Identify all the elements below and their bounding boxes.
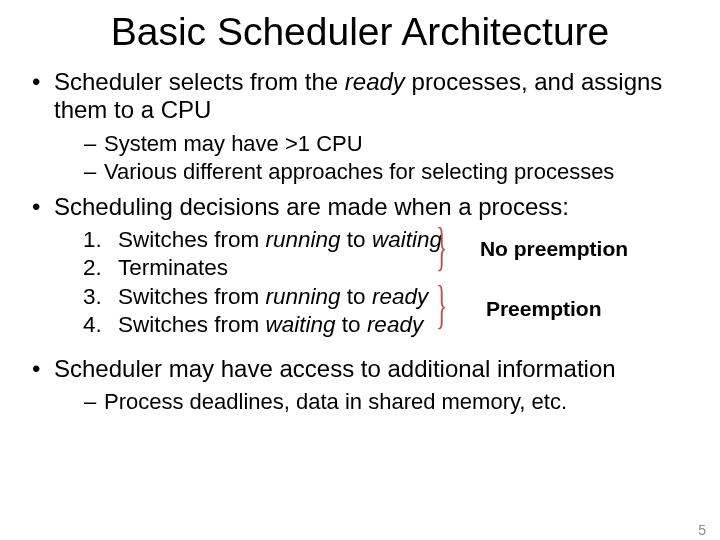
text-italic: ready (367, 312, 423, 337)
text: Switches from (118, 227, 266, 252)
brace-icon: } (436, 279, 447, 331)
sub-bullet-item: Various different approaches for selecti… (84, 159, 692, 185)
page-number: 5 (698, 522, 706, 538)
text-italic: running (266, 284, 341, 309)
numbered-item: Switches from running to ready (108, 284, 442, 311)
text-italic: ready (345, 68, 405, 95)
text: Switches from (118, 312, 266, 337)
numbered-item: Switches from running to waiting (108, 227, 442, 254)
brace-label: No preemption (480, 237, 628, 262)
text: Scheduler may have access to additional … (54, 355, 616, 382)
bullet-list-level2: Process deadlines, data in shared memory… (54, 389, 692, 415)
text: Scheduling decisions are made when a pro… (54, 193, 569, 220)
bullet-item: Scheduler selects from the ready process… (32, 68, 692, 185)
text-italic: waiting (372, 227, 442, 252)
text-italic: running (266, 227, 341, 252)
brace-label: Preemption (486, 297, 602, 322)
sub-bullet-item: System may have >1 CPU (84, 131, 692, 157)
text: selects from the (162, 68, 345, 95)
text: Scheduler (54, 68, 162, 95)
text: to (341, 227, 372, 252)
slide-body: Scheduler selects from the ready process… (0, 68, 720, 415)
numbered-list: Switches from running to waiting Termina… (54, 227, 442, 339)
text-italic: waiting (266, 312, 336, 337)
sub-bullet-item: Process deadlines, data in shared memory… (84, 389, 692, 415)
bullet-item: Scheduler may have access to additional … (32, 355, 692, 415)
slide: Basic Scheduler Architecture Scheduler s… (0, 10, 720, 540)
text: Switches from (118, 284, 266, 309)
numbered-item: Switches from waiting to ready (108, 312, 442, 339)
bullet-list-level1: Scheduler selects from the ready process… (28, 68, 692, 415)
numbered-row: Switches from running to waiting Termina… (54, 221, 692, 347)
brace-icon: } (436, 221, 447, 273)
numbered-column: Switches from running to waiting Termina… (54, 221, 442, 345)
bullet-item: Scheduling decisions are made when a pro… (32, 193, 692, 347)
text: to (336, 312, 367, 337)
bullet-list-level2: System may have >1 CPU Various different… (54, 131, 692, 185)
text: to (341, 284, 372, 309)
brace-annotations: } No preemption } Preemption (436, 227, 692, 347)
text-italic: ready (372, 284, 428, 309)
numbered-item: Terminates (108, 255, 442, 282)
slide-title: Basic Scheduler Architecture (0, 10, 720, 54)
